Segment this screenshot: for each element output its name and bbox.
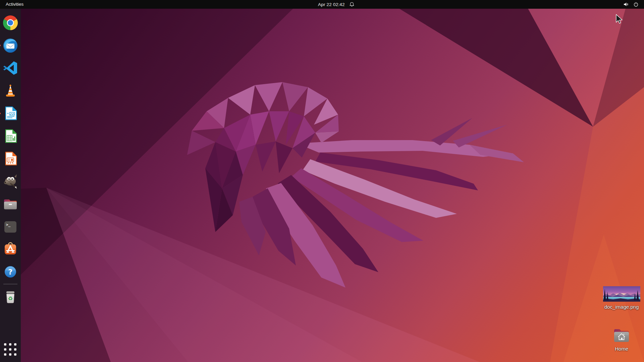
- terminal-icon: >_: [2, 219, 18, 235]
- grid-dot: [14, 343, 16, 346]
- desktop-icon-home[interactable]: Home: [601, 326, 642, 352]
- power-icon: [633, 2, 639, 7]
- grid-dot: [14, 348, 16, 351]
- grid-dot: [14, 353, 16, 356]
- wallpaper-artwork: [0, 0, 644, 362]
- top-bar: Activities Apr 22 02:42: [0, 0, 644, 9]
- svg-text:?: ?: [8, 268, 13, 276]
- svg-text:>_: >_: [6, 223, 11, 227]
- dock-item-libreoffice-writer[interactable]: [2, 105, 18, 121]
- volume-icon: [623, 2, 629, 7]
- grid-dot: [9, 348, 11, 351]
- running-indicator-dot: [0, 113, 1, 114]
- wallpaper: [0, 0, 644, 362]
- dock-item-app-center[interactable]: [2, 241, 18, 257]
- dock: >_: [0, 9, 21, 362]
- grid-dot: [9, 353, 11, 356]
- dock-item-thunderbird[interactable]: [2, 38, 18, 54]
- activities-button[interactable]: Activities: [6, 0, 23, 9]
- help-icon: ?: [2, 264, 18, 280]
- desktop-icon-label: doc_image.png: [604, 304, 639, 310]
- home-folder-icon: [612, 326, 631, 344]
- dock-item-libreoffice-impress[interactable]: [2, 150, 18, 167]
- grid-dot: [4, 348, 6, 351]
- libreoffice-writer-icon: [2, 105, 18, 121]
- grid-dot: [9, 343, 11, 346]
- desktop-icon-doc-image[interactable]: doc_image.png: [601, 286, 642, 310]
- image-file-thumbnail: [603, 286, 640, 302]
- jellyfish-artwork: [187, 82, 524, 288]
- dock-item-gimp[interactable]: [2, 173, 18, 189]
- system-status-area[interactable]: [623, 0, 639, 9]
- mouse-cursor: [616, 14, 625, 24]
- dock-item-chrome[interactable]: [2, 15, 18, 31]
- gimp-icon: [2, 173, 18, 189]
- desktop-icon-label: Home: [615, 346, 628, 352]
- svg-text:♻: ♻: [8, 295, 13, 301]
- notification-bell-icon: [349, 2, 355, 7]
- ubuntu-desktop: Activities Apr 22 02:42: [0, 0, 644, 362]
- show-applications-button[interactable]: [4, 343, 17, 356]
- dock-separator: [3, 284, 17, 284]
- grid-dot: [4, 343, 6, 346]
- libreoffice-impress-icon: [2, 150, 18, 167]
- libreoffice-calc-icon: [2, 128, 18, 144]
- running-indicator-dot: [0, 45, 1, 46]
- thunderbird-mail-icon: [2, 38, 18, 54]
- dock-item-files[interactable]: [2, 196, 18, 212]
- google-chrome-icon: [2, 15, 18, 31]
- trash-icon: ♻: [2, 289, 18, 305]
- vscode-icon: [2, 60, 18, 76]
- grid-dot: [4, 353, 6, 356]
- vlc-media-player-icon: [2, 83, 18, 99]
- dock-item-help[interactable]: ?: [2, 264, 18, 280]
- dock-item-vscode[interactable]: [2, 60, 18, 76]
- clock-label: Apr 22 02:42: [318, 2, 345, 7]
- dock-item-trash[interactable]: ♻: [2, 289, 18, 305]
- clock-menu[interactable]: Apr 22 02:42: [318, 0, 355, 9]
- dock-item-vlc[interactable]: [2, 83, 18, 99]
- dock-item-libreoffice-calc[interactable]: [2, 128, 18, 144]
- files-folder-icon: [2, 196, 18, 212]
- dock-item-terminal[interactable]: >_: [2, 219, 18, 235]
- ubuntu-app-center-icon: [2, 241, 18, 257]
